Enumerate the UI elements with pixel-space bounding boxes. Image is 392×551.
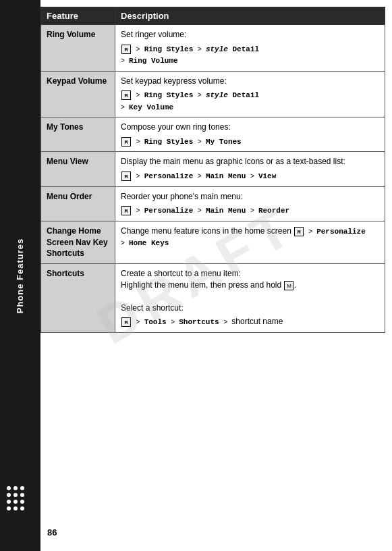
desc-cell-change-home: Change menu feature icons in the home sc…: [115, 221, 385, 263]
table-row: Menu Order Reorder your phone's main men…: [41, 186, 385, 221]
page-container: DRAFT Phone Features: [0, 0, 392, 551]
nav-path-ring-volume: M > Ring Styles > style Detail > Ring Vo…: [121, 43, 379, 67]
sidebar-label: Phone Features: [16, 238, 26, 313]
main-content: Feature Description Ring Volume Set ring…: [40, 7, 385, 544]
dot: [13, 506, 18, 510]
desc-text-1: Create a shortcut to a menu item:: [121, 269, 241, 278]
dot: [7, 486, 11, 490]
dot: [20, 493, 24, 497]
menu-icon: M: [121, 90, 131, 100]
menu-icon: M: [284, 281, 293, 290]
desc-text-2: Highlight the menu item, then press and …: [121, 280, 297, 290]
menu-icon: M: [121, 137, 131, 147]
feature-cell-change-home: Change Home Screen Nav Key Shortcuts: [41, 221, 115, 263]
feature-cell-menu-view: Menu View: [41, 152, 115, 186]
desc-text-3: Select a shortcut:: [121, 303, 184, 313]
feature-cell-menu-order: Menu Order: [41, 186, 115, 221]
menu-icon: M: [121, 172, 131, 181]
menu-icon: M: [121, 317, 131, 327]
desc-cell-my-tones: Compose your own ring tones: M > Ring St…: [115, 117, 385, 152]
menu-icon: M: [121, 206, 131, 215]
menu-icon: M: [294, 227, 304, 236]
dot: [20, 486, 24, 490]
dot: [7, 500, 11, 504]
desc-text: Compose your own ring tones:: [121, 122, 231, 132]
desc-cell-menu-view: Display the main menu as graphic icons o…: [115, 152, 385, 186]
dot-row-3: [7, 500, 24, 504]
table-row: Menu View Display the main menu as graph…: [41, 152, 385, 186]
feature-table: Feature Description Ring Volume Set ring…: [40, 7, 385, 333]
nav-path-keypad-volume: M > Ring Styles > style Detail > Key Vol…: [121, 89, 379, 113]
dot-row-2: [7, 493, 24, 497]
dot-row-4: [7, 506, 24, 510]
desc-text: Change menu feature icons in the home sc…: [121, 226, 293, 236]
nav-path-shortcuts: M > Tools > Shortcuts > shortcut name: [121, 316, 379, 327]
desc-text: Set ringer volume:: [121, 30, 186, 39]
desc-text: Reorder your phone's main menu:: [121, 192, 243, 201]
col-header-feature: Feature: [41, 7, 115, 25]
dot: [7, 506, 11, 510]
dot: [7, 493, 11, 497]
col-header-description: Description: [115, 7, 385, 25]
desc-text: Set keypad keypress volume:: [121, 76, 227, 86]
table-row: Keypad Volume Set keypad keypress volume…: [41, 71, 385, 117]
desc-cell-shortcuts: Create a shortcut to a menu item: Highli…: [115, 264, 385, 333]
dot: [13, 493, 18, 497]
nav-path-my-tones: M > Ring Styles > My Tones: [121, 136, 379, 147]
nav-path-menu-order: M > Personalize > Main Menu > Reorder: [121, 205, 379, 216]
feature-cell-keypad-volume: Keypad Volume: [41, 71, 115, 117]
table-row: Change Home Screen Nav Key Shortcuts Cha…: [41, 221, 385, 263]
sidebar-dots: [0, 486, 40, 510]
desc-cell-keypad-volume: Set keypad keypress volume: M > Ring Sty…: [115, 71, 385, 117]
desc-cell-menu-order: Reorder your phone's main menu: M > Pers…: [115, 186, 385, 221]
dot-row-1: [7, 486, 24, 490]
feature-cell-shortcuts: Shortcuts: [41, 264, 115, 333]
table-row: Shortcuts Create a shortcut to a menu it…: [41, 264, 385, 333]
dot: [13, 486, 18, 490]
feature-cell-my-tones: My Tones: [41, 117, 115, 152]
table-row: My Tones Compose your own ring tones: M …: [41, 117, 385, 152]
sidebar: Phone Features: [0, 0, 40, 551]
feature-cell-ring-volume: Ring Volume: [41, 25, 115, 72]
menu-icon: M: [121, 45, 131, 54]
dot: [13, 500, 18, 504]
table-row: Ring Volume Set ringer volume: M > Ring …: [41, 25, 385, 72]
desc-cell-ring-volume: Set ringer volume: M > Ring Styles > sty…: [115, 25, 385, 72]
dot: [20, 500, 24, 504]
dot: [20, 506, 24, 510]
nav-path-menu-view: M > Personalize > Main Menu > View: [121, 170, 379, 182]
desc-text: Display the main menu as graphic icons o…: [121, 157, 345, 166]
